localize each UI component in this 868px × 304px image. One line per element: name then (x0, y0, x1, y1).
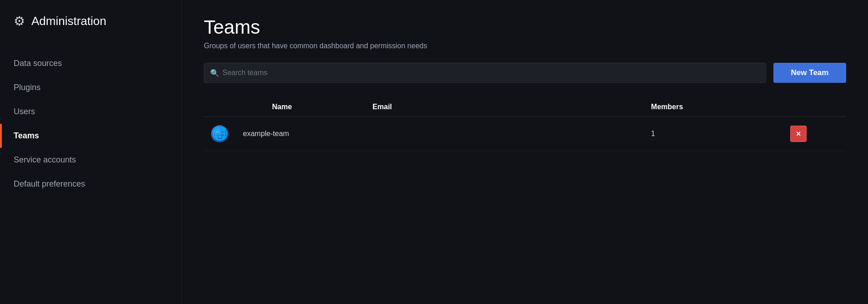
sidebar-title: Administration (31, 14, 106, 28)
teams-table: Name Email Members example-team 1 × (204, 97, 846, 151)
team-avatar-cell (204, 117, 236, 151)
sidebar-header: ⚙ Administration (0, 0, 182, 42)
sidebar-item-default-preferences[interactable]: Default preferences (0, 172, 182, 196)
search-container: 🔍 (204, 63, 766, 83)
sidebar-item-teams[interactable]: Teams (0, 124, 182, 148)
search-input[interactable] (204, 63, 766, 83)
search-row: 🔍 New Team (204, 63, 846, 83)
sidebar-item-data-sources[interactable]: Data sources (0, 51, 182, 76)
col-header-email: Email (365, 97, 644, 117)
sidebar-nav: Data sources Plugins Users Teams Service… (0, 51, 182, 196)
sidebar-item-users[interactable]: Users (0, 100, 182, 124)
team-members-cell: 1 (644, 117, 783, 151)
delete-team-button[interactable]: × (790, 126, 807, 142)
table-row: example-team 1 × (204, 117, 846, 151)
table-header-row: Name Email Members (204, 97, 846, 117)
new-team-button[interactable]: New Team (773, 63, 846, 83)
col-header-avatar (204, 97, 236, 117)
col-header-members: Members (644, 97, 783, 117)
page-title: Teams (204, 16, 846, 38)
col-header-name: Name (236, 97, 365, 117)
gear-icon: ⚙ (14, 14, 25, 29)
avatar (211, 125, 228, 142)
sidebar-item-service-accounts[interactable]: Service accounts (0, 148, 182, 172)
team-email-cell (365, 117, 644, 151)
team-actions-cell: × (783, 117, 846, 151)
sidebar-item-plugins[interactable]: Plugins (0, 76, 182, 100)
sidebar: ⚙ Administration Data sources Plugins Us… (0, 0, 182, 304)
col-header-actions (783, 97, 846, 117)
search-icon: 🔍 (210, 69, 219, 77)
page-subtitle: Groups of users that have common dashboa… (204, 42, 846, 50)
team-name-cell[interactable]: example-team (236, 117, 365, 151)
main-content: Teams Groups of users that have common d… (182, 0, 868, 304)
